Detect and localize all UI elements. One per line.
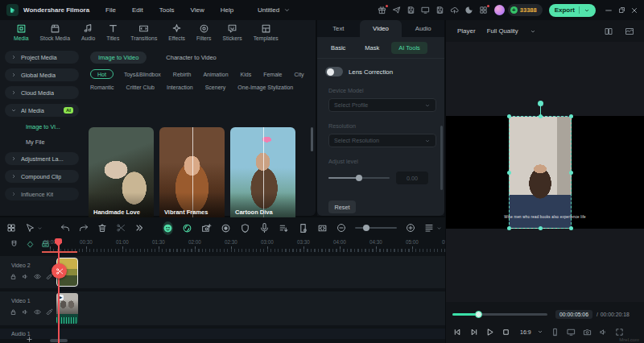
display-icon[interactable] [419, 3, 433, 18]
fit-timeline-icon[interactable] [317, 223, 328, 233]
template-card-cartoon-diva[interactable]: Cartoon Diva Create › [230, 127, 295, 229]
chip-hot[interactable]: Hot [90, 69, 114, 79]
resize-handle-w[interactable] [507, 171, 511, 175]
device-preview-icon[interactable] [298, 223, 308, 233]
audio-to-text-icon[interactable] [279, 223, 289, 233]
gift-icon[interactable] [375, 3, 390, 18]
sidebar-item-influence-kit[interactable]: Influence Kit [5, 188, 79, 200]
sidebar-item-global-media[interactable]: Global Media [5, 68, 79, 81]
menu-edit[interactable]: Edit [132, 6, 143, 14]
effects-icon[interactable] [46, 308, 53, 316]
close-icon[interactable] [628, 3, 641, 18]
chip-female[interactable]: Female [263, 72, 282, 77]
chip-rebirth[interactable]: Rebirth [173, 72, 192, 77]
rotation-handle[interactable] [538, 101, 543, 106]
scrollbar[interactable] [311, 127, 313, 151]
subtab-ai-tools[interactable]: AI Tools [391, 42, 427, 54]
fullscreen-icon[interactable] [615, 328, 624, 337]
stop-icon[interactable] [502, 328, 510, 337]
hide-icon[interactable] [34, 308, 41, 316]
chip-city[interactable]: City [295, 72, 304, 77]
resize-handle-s[interactable] [539, 226, 543, 230]
scrollbar[interactable] [440, 126, 443, 190]
workspace-icon[interactable] [477, 3, 491, 18]
snapshot-icon[interactable] [201, 223, 212, 233]
avatar[interactable] [494, 5, 505, 15]
track-video-1[interactable]: Video 1 ▶ [0, 291, 445, 325]
device-rotate-icon[interactable] [551, 328, 559, 337]
sidebar-item-project-media[interactable]: Project Media [5, 51, 79, 64]
chip-romantic[interactable]: Romantic [90, 85, 114, 90]
tab-audio[interactable]: Audio [402, 20, 444, 37]
aspect-ratio-select[interactable]: 16:9 [520, 329, 543, 335]
chip-animation[interactable]: Animation [203, 72, 228, 77]
tab-character-to-video[interactable]: Character to Video [158, 52, 224, 64]
export-chevron-icon[interactable] [584, 7, 590, 14]
voiceover-mic-icon[interactable] [259, 223, 270, 233]
project-title-chevron-icon[interactable] [283, 6, 291, 14]
tab-image-to-video[interactable]: Image to Video [90, 52, 147, 64]
progress-handle[interactable] [475, 311, 482, 318]
quality-select[interactable]: Full Quality [487, 27, 536, 35]
tab-transitions[interactable]: Transitions [125, 23, 163, 41]
menu-file[interactable]: File [105, 6, 116, 14]
resize-handle-se[interactable] [569, 226, 573, 230]
sidebar-item-my-file[interactable]: My File [5, 137, 79, 147]
resolution-select[interactable]: Select Resolution [328, 134, 436, 147]
tab-text[interactable]: Text [317, 20, 360, 37]
snap-icon[interactable] [10, 240, 19, 249]
mute-icon[interactable] [22, 308, 29, 316]
chip-critter-club[interactable]: Critter Club [126, 85, 155, 90]
maximize-icon[interactable] [615, 3, 628, 18]
mask-tool-icon[interactable] [240, 223, 250, 233]
timeline-ruler[interactable]: 00:00 00:30 01:00 01:30 02:00 02:30 03:0… [0, 238, 445, 253]
save-icon[interactable] [433, 3, 448, 18]
sidebar-item-image-to-video[interactable]: Image to Vi... [5, 122, 79, 131]
chroma-key-icon[interactable] [182, 223, 192, 233]
tab-effects[interactable]: Effects [163, 23, 191, 41]
template-card-vibrant-frames[interactable]: Vibrant Frames Create › [159, 127, 225, 229]
resize-handle-n[interactable] [539, 114, 543, 118]
mute-icon[interactable] [22, 273, 29, 280]
minimize-icon[interactable] [602, 3, 615, 18]
previous-frame-icon[interactable] [453, 328, 462, 337]
hide-icon[interactable] [34, 273, 41, 280]
video-1-clip[interactable]: ▶ [56, 293, 78, 324]
slider-handle[interactable] [356, 175, 362, 181]
split-screen-icon[interactable] [604, 27, 613, 36]
sidebar-item-compound-clip[interactable]: Compound Clip [5, 170, 79, 183]
zoom-slider-handle[interactable] [363, 225, 369, 231]
current-timecode[interactable]: 00:00:05:06 [555, 310, 592, 319]
add-track-button[interactable] [26, 336, 33, 343]
track-video-2[interactable]: Video 2 [0, 256, 445, 288]
chip-interaction[interactable]: Interaction [167, 85, 193, 90]
pointer-tool-caret-icon[interactable] [37, 225, 43, 231]
chip-one-image-stylization[interactable]: One-Image Stylization [237, 85, 293, 90]
undo-icon[interactable] [60, 223, 70, 233]
sidebar-item-cloud-media[interactable]: Cloud Media [5, 86, 79, 99]
tab-video[interactable]: Video [360, 20, 402, 37]
volume-icon[interactable] [599, 328, 608, 337]
chip-scenery[interactable]: Scenery [205, 85, 226, 90]
keyframe-icon[interactable] [26, 240, 35, 249]
share-icon[interactable] [390, 3, 404, 18]
tab-media[interactable]: Media [8, 23, 35, 41]
record-icon[interactable] [221, 223, 231, 233]
frame-preview-icon[interactable] [625, 27, 634, 36]
delete-icon[interactable] [97, 223, 107, 233]
snapshot-icon[interactable] [583, 328, 592, 337]
subtab-basic[interactable]: Basic [324, 42, 353, 54]
save-as-icon[interactable] [404, 3, 419, 18]
zoom-out-icon[interactable] [336, 223, 346, 233]
menu-tools[interactable]: Tools [159, 6, 175, 14]
chip-toys-blindbox[interactable]: Toys&Blindbox [124, 72, 161, 77]
ai-portrait-icon[interactable] [163, 221, 173, 235]
theme-toggle-icon[interactable] [462, 3, 477, 18]
sidebar-item-ai-media[interactable]: AI MediaAI [5, 104, 79, 117]
menu-help[interactable]: Help [221, 6, 233, 14]
tab-audio[interactable]: Audio [76, 23, 101, 41]
resize-handle-ne[interactable] [569, 114, 573, 118]
progress-slider[interactable] [452, 313, 547, 316]
tab-titles[interactable]: Titles [101, 23, 125, 41]
tab-stickers[interactable]: Stickers [217, 23, 247, 41]
